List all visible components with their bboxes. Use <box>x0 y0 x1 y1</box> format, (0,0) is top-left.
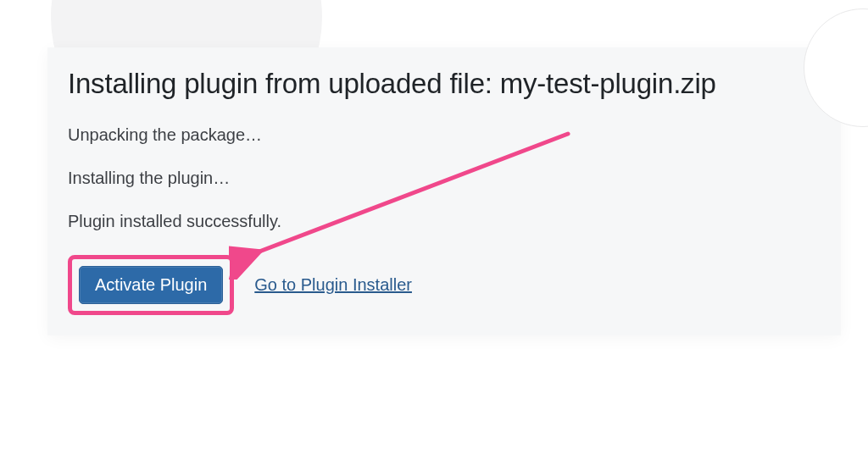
status-unpacking: Unpacking the package… <box>68 125 821 145</box>
page-title-prefix: Installing plugin from uploaded file: <box>68 68 500 99</box>
status-installing: Installing the plugin… <box>68 169 821 188</box>
actions-row: Activate Plugin Go to Plugin Installer <box>68 255 821 315</box>
page-title-filename: my-test-plugin.zip <box>500 68 716 99</box>
activate-plugin-button[interactable]: Activate Plugin <box>79 266 223 304</box>
go-to-plugin-installer-link[interactable]: Go to Plugin Installer <box>254 275 412 295</box>
page-title: Installing plugin from uploaded file: my… <box>68 68 821 100</box>
install-panel: Installing plugin from uploaded file: my… <box>47 47 841 335</box>
annotation-highlight-box: Activate Plugin <box>68 255 234 315</box>
status-success: Plugin installed successfully. <box>68 212 821 231</box>
